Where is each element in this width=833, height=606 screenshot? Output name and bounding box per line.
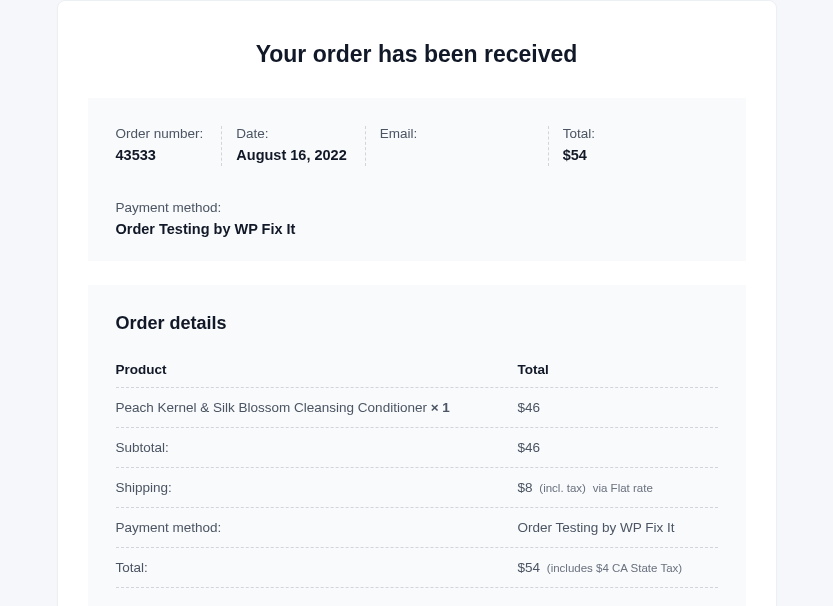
payment-method-value: Order Testing by WP Fix It [518,520,718,535]
summary-email-value [380,147,530,166]
order-details-title: Order details [116,313,718,334]
shipping-via-note: via Flat rate [593,482,653,494]
summary-order-number-value: 43533 [116,147,204,163]
summary-email-label: Email: [380,126,530,141]
header-product: Product [116,362,518,377]
order-confirmation-card: Your order has been received Order numbe… [57,0,777,606]
table-row-shipping: Shipping: $8 (incl. tax) via Flat rate [116,468,718,508]
line-item-name: Peach Kernel & Silk Blossom Cleansing Co… [116,400,431,415]
shipping-value: $8 (incl. tax) via Flat rate [518,480,718,495]
total-tax-note: (includes $4 CA State Tax) [547,562,682,574]
order-details-box: Order details Product Total Peach Kernel… [88,285,746,606]
order-details-table: Product Total Peach Kernel & Silk Blosso… [116,362,718,588]
payment-method-label: Payment method: [116,520,518,535]
summary-total-label: Total: [563,126,595,141]
total-label: Total: [116,560,518,575]
summary-payment-method-value: Order Testing by WP Fix It [116,221,718,237]
summary-payment-method: Payment method: Order Testing by WP Fix … [116,200,718,237]
summary-email: Email: [380,126,549,166]
summary-order-number-label: Order number: [116,126,204,141]
total-amount: $54 [518,560,541,575]
page-title: Your order has been received [58,41,776,68]
summary-total: Total: $54 [563,126,613,166]
summary-date-label: Date: [236,126,346,141]
header-total: Total [518,362,718,377]
subtotal-value: $46 [518,440,718,455]
summary-row: Order number: 43533 Date: August 16, 202… [116,126,718,176]
table-row-subtotal: Subtotal: $46 [116,428,718,468]
shipping-amount: $8 [518,480,533,495]
order-summary-box: Order number: 43533 Date: August 16, 202… [88,98,746,261]
shipping-tax-note: (incl. tax) [539,482,586,494]
summary-total-value: $54 [563,147,595,163]
redacted-email [380,147,530,163]
table-row-total: Total: $54 (includes $4 CA State Tax) [116,548,718,588]
line-item-price: $46 [518,400,718,415]
table-row-payment-method: Payment method: Order Testing by WP Fix … [116,508,718,548]
line-item-product: Peach Kernel & Silk Blossom Cleansing Co… [116,400,518,415]
summary-order-number: Order number: 43533 [116,126,223,166]
summary-date-value: August 16, 2022 [236,147,346,163]
subtotal-label: Subtotal: [116,440,518,455]
shipping-label: Shipping: [116,480,518,495]
total-value: $54 (includes $4 CA State Tax) [518,560,718,575]
summary-date: Date: August 16, 2022 [236,126,365,166]
table-header-row: Product Total [116,362,718,388]
table-row-line-item: Peach Kernel & Silk Blossom Cleansing Co… [116,388,718,428]
line-item-qty: × 1 [431,400,450,415]
summary-payment-method-label: Payment method: [116,200,718,215]
